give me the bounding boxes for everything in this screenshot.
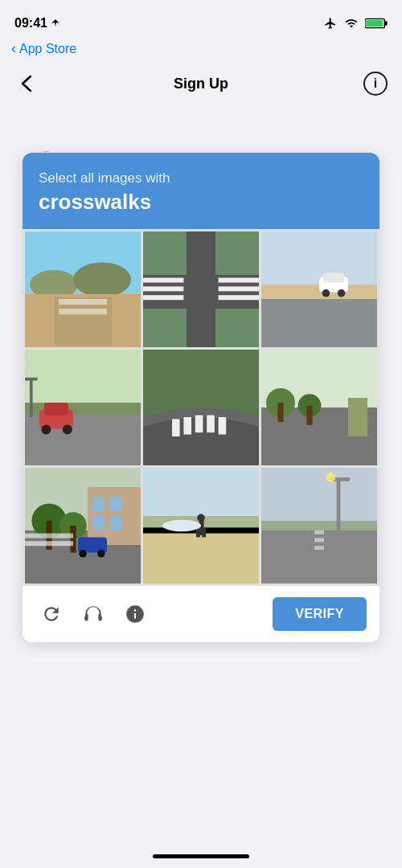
wifi-icon [344, 17, 359, 30]
captcha-info-button[interactable] [119, 598, 151, 630]
svg-rect-36 [172, 419, 180, 436]
svg-rect-18 [219, 295, 259, 300]
time-display: 09:41 [14, 16, 47, 31]
svg-rect-76 [337, 477, 341, 530]
info-icon: i [374, 76, 377, 91]
svg-rect-58 [70, 526, 76, 553]
captcha-toolbar: VERIFY [23, 586, 379, 642]
chevron-left-icon [21, 75, 32, 92]
captcha-image-2[interactable] [143, 231, 259, 347]
svg-rect-83 [99, 616, 102, 621]
status-icons [323, 17, 388, 30]
svg-rect-38 [195, 416, 203, 433]
captcha-image-9[interactable] [261, 468, 377, 583]
app-store-label: App Store [19, 42, 76, 56]
info-circle-icon [125, 604, 146, 624]
status-time: 09:41 [14, 16, 60, 31]
airplane-icon [323, 17, 338, 30]
captcha-keyword: crosswalks [39, 190, 363, 215]
captcha-refresh-button[interactable] [35, 598, 68, 630]
image-grid [23, 229, 379, 586]
svg-rect-13 [143, 278, 183, 283]
svg-rect-33 [30, 379, 33, 417]
svg-rect-47 [348, 398, 367, 436]
captcha-image-1[interactable] [25, 231, 141, 347]
svg-rect-81 [314, 546, 324, 550]
svg-rect-53 [92, 516, 104, 530]
svg-point-24 [322, 289, 330, 297]
svg-rect-1 [385, 21, 388, 26]
svg-rect-9 [59, 309, 107, 314]
svg-rect-23 [323, 273, 344, 283]
nav-bar: Sign Up i [0, 63, 402, 104]
svg-rect-16 [219, 278, 259, 283]
svg-rect-79 [314, 530, 324, 534]
svg-rect-62 [25, 534, 73, 538]
verify-button[interactable]: VERIFY [273, 597, 367, 631]
svg-rect-46 [306, 406, 312, 425]
svg-rect-2 [366, 20, 383, 27]
battery-icon [365, 17, 388, 30]
page-title: Sign Up [174, 76, 228, 92]
svg-rect-51 [92, 497, 104, 511]
svg-point-69 [197, 514, 205, 522]
captcha-image-4[interactable] [25, 350, 141, 465]
headphones-icon [83, 604, 104, 624]
svg-rect-45 [277, 403, 283, 422]
svg-rect-34 [25, 378, 38, 381]
svg-point-31 [41, 425, 51, 435]
status-bar: 09:41 [0, 0, 402, 40]
svg-rect-63 [25, 541, 73, 546]
svg-rect-52 [110, 497, 121, 511]
svg-point-60 [79, 550, 87, 558]
svg-rect-82 [84, 616, 88, 621]
svg-rect-54 [110, 516, 121, 530]
captcha-image-3[interactable] [261, 231, 377, 347]
captcha-image-5[interactable] [143, 350, 259, 465]
svg-point-5 [73, 262, 131, 297]
svg-rect-80 [314, 538, 324, 542]
app-store-link[interactable]: ‹ App Store [0, 40, 402, 63]
captcha-instruction: Select all images with [39, 170, 363, 186]
back-chevron-icon: ‹ [11, 40, 16, 57]
svg-rect-14 [143, 286, 183, 291]
refresh-icon [41, 604, 62, 624]
svg-rect-40 [219, 417, 227, 435]
captcha-image-7[interactable] [25, 468, 141, 583]
captcha-audio-button[interactable] [77, 598, 109, 630]
svg-rect-75 [261, 521, 377, 530]
location-arrow-icon [51, 18, 60, 28]
captcha-image-8[interactable] [143, 468, 259, 583]
captcha-header: Select all images with crosswalks [23, 153, 379, 229]
svg-rect-39 [207, 416, 215, 433]
svg-rect-21 [261, 299, 377, 347]
svg-point-61 [97, 550, 105, 558]
svg-rect-17 [219, 286, 259, 291]
home-indicator [153, 854, 249, 858]
nav-info-button[interactable]: i [363, 72, 388, 96]
svg-rect-30 [44, 403, 68, 416]
captcha-overlay: Select all images with crosswalks [23, 153, 379, 642]
svg-rect-37 [183, 417, 191, 435]
svg-rect-12 [187, 231, 215, 347]
captcha-image-6[interactable] [261, 350, 377, 465]
svg-rect-15 [143, 295, 183, 300]
svg-point-25 [338, 289, 346, 297]
svg-point-78 [326, 473, 335, 482]
nav-back-button[interactable] [14, 72, 39, 96]
svg-point-72 [162, 520, 201, 531]
svg-point-32 [63, 425, 72, 435]
svg-rect-8 [59, 299, 107, 305]
svg-rect-71 [202, 527, 206, 537]
